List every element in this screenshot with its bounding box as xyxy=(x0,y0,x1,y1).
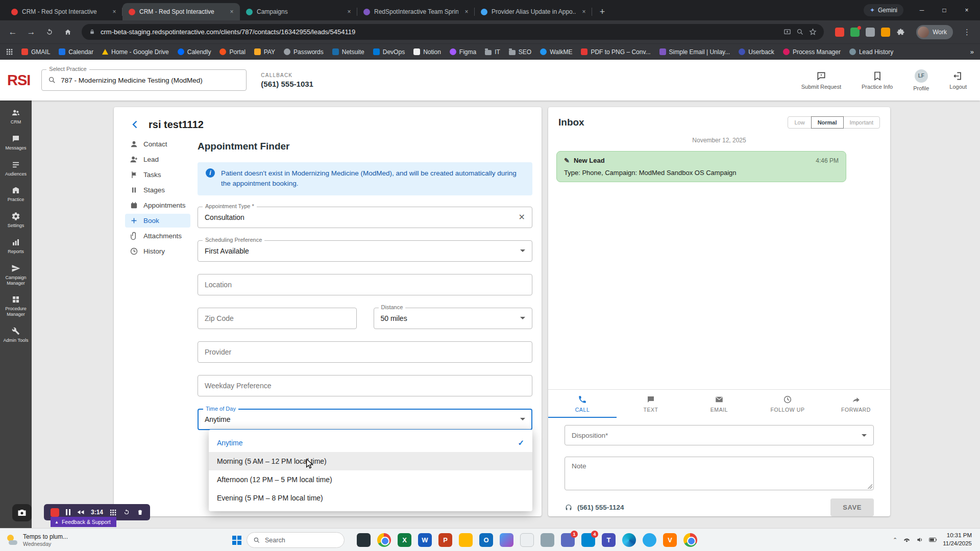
lead-nav-tasks[interactable]: Tasks xyxy=(125,168,190,182)
bookmark-drive[interactable]: Home - Google Drive xyxy=(102,48,169,56)
teams-icon[interactable]: T xyxy=(602,533,616,547)
edge-icon[interactable] xyxy=(622,533,636,547)
gemini-button[interactable]: ✦ Gemini xyxy=(864,4,903,16)
restart-icon[interactable] xyxy=(123,509,130,516)
bookmark-calendly[interactable]: Calendly xyxy=(178,48,211,56)
bookmark-notion[interactable]: Notion xyxy=(413,48,441,56)
bookmark-process-manager[interactable]: Process Manager xyxy=(783,48,841,56)
profile-button[interactable]: LF Profile xyxy=(913,69,929,91)
sidebar-item-crm[interactable]: CRM xyxy=(0,104,32,130)
url-text[interactable]: crm-beta-staging.redspotinteractive.com/… xyxy=(101,28,778,36)
search-in-page-icon[interactable] xyxy=(796,28,804,36)
scheduling-preference-select[interactable]: Scheduling Preference First Available xyxy=(198,240,532,262)
option-afternoon[interactable]: Afternoon (12 PM – 5 PM local time) xyxy=(209,470,532,489)
outlook-icon[interactable]: O xyxy=(479,533,493,547)
bookmark-lead-history[interactable]: Lead History xyxy=(849,48,893,56)
bookmark-passwords[interactable]: Passwords xyxy=(284,48,324,56)
mail-icon[interactable]: 4 xyxy=(581,533,595,547)
taskbar-search[interactable]: Search xyxy=(247,532,345,548)
snipping-tool-icon[interactable] xyxy=(541,533,554,547)
tab-call[interactable]: CALL xyxy=(548,395,617,418)
back-icon[interactable] xyxy=(129,118,141,131)
people-icon[interactable]: 1 xyxy=(561,533,575,547)
inbox-message[interactable]: ✎ New Lead 4:46 PM Type: Phone, Campaign… xyxy=(556,151,846,182)
extensions-puzzle-icon[interactable] xyxy=(896,28,905,36)
wifi-icon[interactable] xyxy=(903,537,911,543)
submit-request-button[interactable]: Submit Request xyxy=(801,71,841,90)
tab-close-icon[interactable]: × xyxy=(462,8,471,16)
tab-crm-1[interactable]: CRM - Red Spot Interactive × xyxy=(5,3,122,20)
location-field[interactable]: Location xyxy=(198,274,532,295)
zip-code-field[interactable]: Zip Code xyxy=(198,308,357,329)
grid-icon[interactable] xyxy=(110,509,116,516)
appointment-type-field[interactable]: Appointment Type * Consultation ✕ xyxy=(198,207,532,228)
forward-icon[interactable]: → xyxy=(23,24,39,40)
camera-extension-icon[interactable] xyxy=(866,28,875,37)
tab-provider-alias[interactable]: Provider Alias Update in Appo... × xyxy=(475,3,592,20)
bookmark-folder-it[interactable]: IT xyxy=(485,48,500,56)
tab-text[interactable]: TEXT xyxy=(617,395,685,418)
mail-extension-icon[interactable] xyxy=(835,28,844,37)
filter-normal[interactable]: Normal xyxy=(811,116,844,129)
close-button[interactable]: × xyxy=(955,0,978,20)
volume-icon[interactable] xyxy=(916,536,923,543)
tab-follow-up[interactable]: FOLLOW UP xyxy=(753,395,822,418)
bookmark-gmail[interactable]: GMAIL xyxy=(21,48,50,56)
bookmarks-overflow-icon[interactable]: » xyxy=(970,48,974,56)
chrome-icon[interactable] xyxy=(377,533,391,547)
clipper-extension-icon[interactable] xyxy=(881,28,890,37)
tab-email[interactable]: EMAIL xyxy=(685,395,753,418)
bookmark-pdf-to-png[interactable]: PDF to PNG – Conv... xyxy=(581,48,650,56)
reload-icon[interactable] xyxy=(42,24,57,40)
tab-crm-2-active[interactable]: CRM - Red Spot Interactive × xyxy=(122,3,240,20)
powerpoint-icon[interactable]: P xyxy=(438,533,452,547)
option-anytime[interactable]: Anytime ✓ xyxy=(209,434,532,452)
save-button[interactable]: SAVE xyxy=(830,498,874,516)
webcam-toggle-button[interactable] xyxy=(12,504,32,521)
new-tab-button[interactable]: + xyxy=(595,5,609,19)
bookmark-pay[interactable]: PAY xyxy=(254,48,275,56)
tab-close-icon[interactable]: × xyxy=(345,8,353,16)
file-explorer-icon[interactable] xyxy=(459,533,473,547)
address-bar[interactable]: crm-beta-staging.redspotinteractive.com/… xyxy=(82,24,824,40)
pause-icon[interactable] xyxy=(66,509,70,515)
sidebar-item-settings[interactable]: Settings xyxy=(0,207,32,233)
tab-close-icon[interactable]: × xyxy=(110,8,118,16)
notepad-icon[interactable] xyxy=(520,533,534,547)
profile-chip[interactable]: Work xyxy=(916,25,953,39)
taskbar-clock[interactable]: 10:31 PM 11/24/2025 xyxy=(943,532,972,547)
distance-select[interactable]: Distance 50 miles xyxy=(374,308,533,329)
sidebar-item-reports[interactable]: Reports xyxy=(0,233,32,259)
battery-icon[interactable] xyxy=(929,537,937,542)
feedback-support-tab[interactable]: ▲ Feedback & Support xyxy=(51,517,116,527)
apps-grid-icon[interactable] xyxy=(6,48,13,55)
filter-low[interactable]: Low xyxy=(788,116,811,129)
weather-widget[interactable]: Temps to plum... Wednesday xyxy=(0,533,74,547)
disposition-select[interactable]: Disposition* xyxy=(565,425,874,445)
photos-icon[interactable] xyxy=(500,533,513,547)
bookmark-devops[interactable]: DevOps xyxy=(373,48,405,56)
bookmark-simple-email[interactable]: Simple Email | Unlay... xyxy=(659,48,730,56)
logout-button[interactable]: Logout xyxy=(949,71,967,90)
word-icon[interactable]: W xyxy=(418,533,432,547)
home-icon[interactable] xyxy=(60,24,76,40)
select-practice-field[interactable]: Select Practice 787 - Modernizing Medici… xyxy=(41,69,247,91)
browser-menu-icon[interactable]: ⋮ xyxy=(959,28,975,37)
bookmark-folder-seo[interactable]: SEO xyxy=(509,48,531,56)
chrome-beta-icon[interactable] xyxy=(683,533,697,547)
option-morning[interactable]: Morning (5 AM – 12 PM local time) xyxy=(209,452,532,470)
trash-icon[interactable] xyxy=(137,509,143,516)
note-textarea[interactable]: Note xyxy=(565,457,874,490)
tab-forward[interactable]: FORWARD xyxy=(822,395,890,418)
tab-team-sprint[interactable]: RedSpotInteractive Team Sprint... × xyxy=(357,3,475,20)
sidebar-item-practice[interactable]: Practice xyxy=(0,181,32,207)
sidebar-item-procedure-manager[interactable]: Procedure Manager xyxy=(0,290,32,322)
bookmark-netsuite[interactable]: Netsuite xyxy=(332,48,364,56)
install-icon[interactable] xyxy=(783,28,791,36)
filter-important[interactable]: Important xyxy=(843,116,880,129)
sidebar-item-audiences[interactable]: Audiences xyxy=(0,156,32,182)
time-of-day-select[interactable]: Time of Day Anytime xyxy=(198,409,532,430)
practice-info-button[interactable]: Practice Info xyxy=(862,71,893,90)
sidebar-item-campaign-manager[interactable]: Campaign Manager xyxy=(0,259,32,291)
tab-close-icon[interactable]: × xyxy=(228,8,236,16)
